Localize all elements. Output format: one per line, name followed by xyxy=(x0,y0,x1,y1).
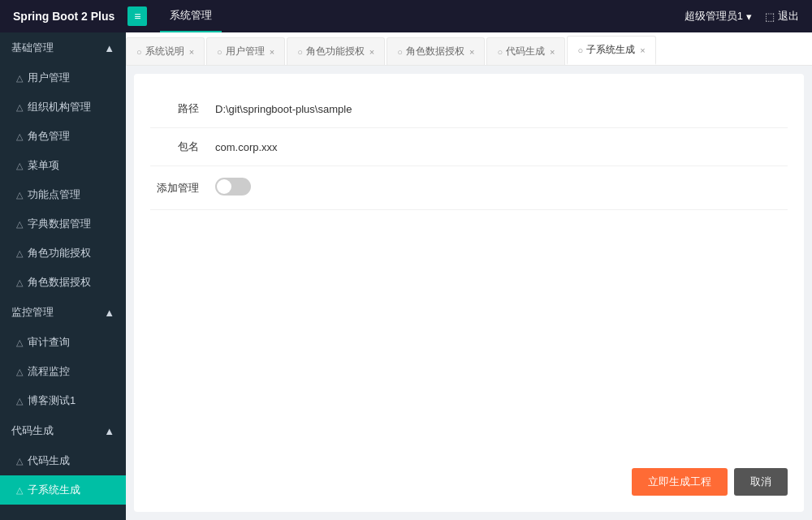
home-icon: △ xyxy=(16,396,23,406)
user-menu[interactable]: 超级管理员1 ▾ xyxy=(685,9,752,24)
tab-icon-0: ○ xyxy=(136,47,142,57)
tab-close-4[interactable]: × xyxy=(550,47,555,57)
tab-role-data-auth[interactable]: ○ 角色数据授权 × xyxy=(387,37,485,65)
main: ○ 系统说明 × ○ 用户管理 × ○ 角色功能授权 × ○ 角色数据授权 × … xyxy=(126,32,812,520)
home-icon: △ xyxy=(16,102,23,113)
logout-icon: ⬚ xyxy=(765,11,775,23)
chevron-up-icon: ▲ xyxy=(104,307,114,319)
sidebar-item-role-management[interactable]: △ 角色管理 xyxy=(0,122,126,151)
tab-close-3[interactable]: × xyxy=(469,47,474,57)
chevron-up-icon: ▲ xyxy=(104,42,114,54)
sidebar-item-org-management[interactable]: △ 组织机构管理 xyxy=(0,92,126,122)
tab-icon-2: ○ xyxy=(297,47,303,57)
form-row-package: 包名 com.corp.xxx xyxy=(150,128,788,166)
tab-icon-1: ○ xyxy=(217,47,222,57)
logout-button[interactable]: ⬚ 退出 xyxy=(765,9,799,24)
form-value-package: com.corp.xxx xyxy=(215,141,788,153)
header: Spring Boot 2 Plus ≡ 系统管理 超级管理员1 ▾ ⬚ 退出 xyxy=(0,0,812,32)
logo: Spring Boot 2 Plus xyxy=(13,10,114,23)
tab-icon-3: ○ xyxy=(397,47,403,57)
home-icon: △ xyxy=(16,337,23,348)
add-management-toggle[interactable] xyxy=(215,178,251,196)
form-value-add-management xyxy=(215,178,788,198)
tab-close-5[interactable]: × xyxy=(640,45,645,55)
bottom-actions: 立即生成工程 取消 xyxy=(632,468,788,496)
home-icon: △ xyxy=(16,190,23,200)
header-right: 超级管理员1 ▾ ⬚ 退出 xyxy=(685,9,799,24)
sidebar-item-audit[interactable]: △ 审计查询 xyxy=(0,328,126,357)
sidebar-item-menu[interactable]: △ 菜单项 xyxy=(0,151,126,180)
sidebar-item-subsystem-gen[interactable]: △ 子系统生成 xyxy=(0,475,126,505)
chevron-down-icon: ▾ xyxy=(746,11,752,23)
sidebar-group-monitor[interactable]: 监控管理 ▲ xyxy=(0,297,126,328)
sidebar-item-blog-test[interactable]: △ 博客测试1 xyxy=(0,386,126,415)
tab-bar: ○ 系统说明 × ○ 用户管理 × ○ 角色功能授权 × ○ 角色数据授权 × … xyxy=(126,32,812,66)
tab-close-2[interactable]: × xyxy=(369,47,374,57)
home-icon: △ xyxy=(16,73,23,84)
tab-icon-4: ○ xyxy=(497,47,503,57)
tab-subsystem-gen[interactable]: ○ 子系统生成 × xyxy=(567,36,655,65)
form-label-package: 包名 xyxy=(150,140,215,154)
chevron-up-icon: ▲ xyxy=(104,425,114,437)
home-icon: △ xyxy=(16,456,23,466)
tab-system-desc[interactable]: ○ 系统说明 × xyxy=(126,37,205,65)
sidebar: 基础管理 ▲ △ 用户管理 △ 组织机构管理 △ 角色管理 △ 菜单项 △ 功能… xyxy=(0,32,126,520)
form-row-add-management: 添加管理 xyxy=(150,166,788,210)
form-label-add-management: 添加管理 xyxy=(150,181,215,196)
sidebar-item-codegen[interactable]: △ 代码生成 xyxy=(0,446,126,475)
sidebar-item-user-management[interactable]: △ 用户管理 xyxy=(0,63,126,92)
generate-button[interactable]: 立即生成工程 xyxy=(632,468,728,496)
tab-codegen[interactable]: ○ 代码生成 × xyxy=(486,37,565,65)
sidebar-item-dict-management[interactable]: △ 字典数据管理 xyxy=(0,209,126,239)
home-icon: △ xyxy=(16,277,23,288)
sidebar-group-basic[interactable]: 基础管理 ▲ xyxy=(0,32,126,63)
tab-close-1[interactable]: × xyxy=(270,47,274,57)
form-value-path: D:\git\springboot-plus\sample xyxy=(215,103,788,115)
form-row-path: 路径 D:\git\springboot-plus\sample xyxy=(150,90,788,128)
header-nav-system[interactable]: 系统管理 xyxy=(160,0,222,32)
home-icon: △ xyxy=(16,161,23,171)
tab-icon-5: ○ xyxy=(577,45,583,55)
sidebar-item-function-management[interactable]: △ 功能点管理 xyxy=(0,180,126,209)
tab-role-function-auth[interactable]: ○ 角色功能授权 × xyxy=(287,37,385,65)
sidebar-item-role-function-auth[interactable]: △ 角色功能授权 xyxy=(0,239,126,268)
home-icon: △ xyxy=(16,485,23,496)
layout: 基础管理 ▲ △ 用户管理 △ 组织机构管理 △ 角色管理 △ 菜单项 △ 功能… xyxy=(0,32,812,520)
home-icon: △ xyxy=(16,367,23,377)
tab-close-0[interactable]: × xyxy=(189,47,194,57)
cancel-button[interactable]: 取消 xyxy=(734,468,788,496)
form-label-path: 路径 xyxy=(150,101,215,116)
sidebar-item-flow-monitor[interactable]: △ 流程监控 xyxy=(0,357,126,386)
home-icon: △ xyxy=(16,131,23,142)
home-icon: △ xyxy=(16,248,23,259)
home-icon: △ xyxy=(16,219,23,230)
menu-toggle-button[interactable]: ≡ xyxy=(127,6,147,26)
sidebar-group-codegen[interactable]: 代码生成 ▲ xyxy=(0,415,126,446)
sidebar-item-role-data-auth[interactable]: △ 角色数据授权 xyxy=(0,268,126,297)
content-area: 路径 D:\git\springboot-plus\sample 包名 com.… xyxy=(134,74,804,512)
tab-user-management[interactable]: ○ 用户管理 × xyxy=(206,37,285,65)
